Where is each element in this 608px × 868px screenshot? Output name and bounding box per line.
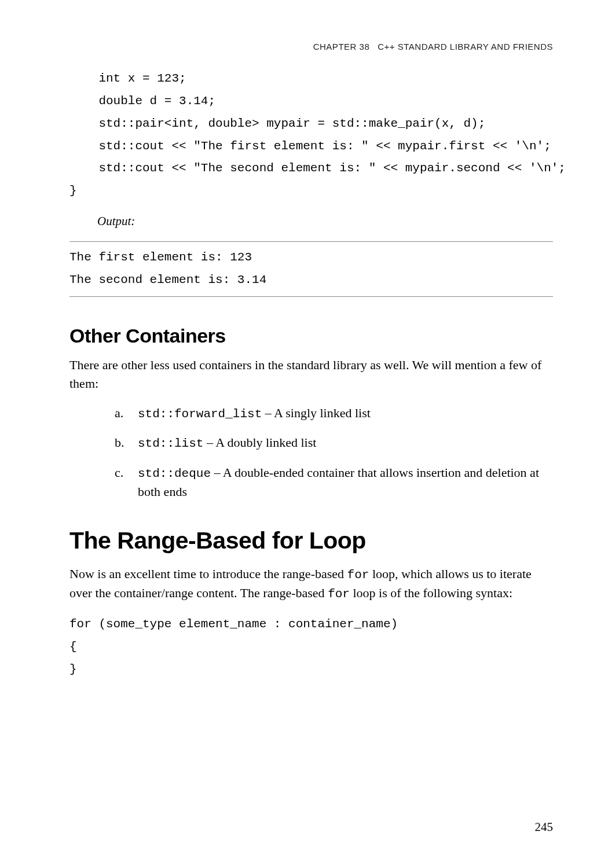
output-label: Output: xyxy=(97,214,553,229)
list-desc: – A singly linked list xyxy=(262,406,371,420)
list-content: std::list – A doubly linked list xyxy=(138,433,553,453)
list-desc: – A doubly linked list xyxy=(203,435,316,450)
list-item: b. std::list – A doubly linked list xyxy=(115,433,553,453)
code-line: { xyxy=(69,640,77,653)
text: loop is of the following syntax: xyxy=(350,586,512,600)
code-line: std::cout << "The first element is: " <<… xyxy=(69,139,551,153)
code-line: } xyxy=(69,184,77,197)
page-header: CHAPTER 38 C++ STANDARD LIBRARY AND FRIE… xyxy=(69,42,553,52)
chapter-label: CHAPTER 38 xyxy=(313,42,370,52)
heading-other-containers: Other Containers xyxy=(69,325,553,347)
inline-code: for xyxy=(347,568,369,582)
inline-code: for xyxy=(328,587,350,601)
code-block-2: for (some_type element_name : container_… xyxy=(69,613,553,681)
list-marker: c. xyxy=(115,464,138,501)
code-line: } xyxy=(69,663,77,676)
code-line: std::cout << "The second element is: " <… xyxy=(69,161,566,175)
output-block: The first element is: 123 The second ele… xyxy=(69,241,553,297)
list-marker: b. xyxy=(115,433,138,453)
code-block-1: int x = 123; double d = 3.14; std::pair<… xyxy=(69,68,553,203)
output-line: The second element is: 3.14 xyxy=(69,273,266,286)
container-list: a. std::forward_list – A singly linked l… xyxy=(115,404,553,501)
inline-code: std::list xyxy=(138,437,203,450)
list-content: std::forward_list – A singly linked list xyxy=(138,404,553,423)
code-line: double d = 3.14; xyxy=(69,94,215,108)
paragraph: Now is an excellent time to introduce th… xyxy=(69,565,553,603)
heading-range-based-for: The Range-Based for Loop xyxy=(69,527,553,554)
output-line: The first element is: 123 xyxy=(69,251,252,264)
page-number: 245 xyxy=(535,820,554,834)
paragraph: There are other less used containers in … xyxy=(69,356,553,393)
text: Now is an excellent time to introduce th… xyxy=(69,567,347,581)
list-content: std::deque – A double-ended container th… xyxy=(138,464,553,501)
list-item: c. std::deque – A double-ended container… xyxy=(115,464,553,501)
list-marker: a. xyxy=(115,404,138,423)
inline-code: std::deque xyxy=(138,467,211,480)
inline-code: std::forward_list xyxy=(138,407,262,421)
code-line: int x = 123; xyxy=(69,72,186,85)
code-line: std::pair<int, double> mypair = std::mak… xyxy=(69,117,485,130)
list-item: a. std::forward_list – A singly linked l… xyxy=(115,404,553,423)
chapter-title: C++ STANDARD LIBRARY AND FRIENDS xyxy=(378,42,553,52)
code-line: for (some_type element_name : container_… xyxy=(69,617,398,631)
